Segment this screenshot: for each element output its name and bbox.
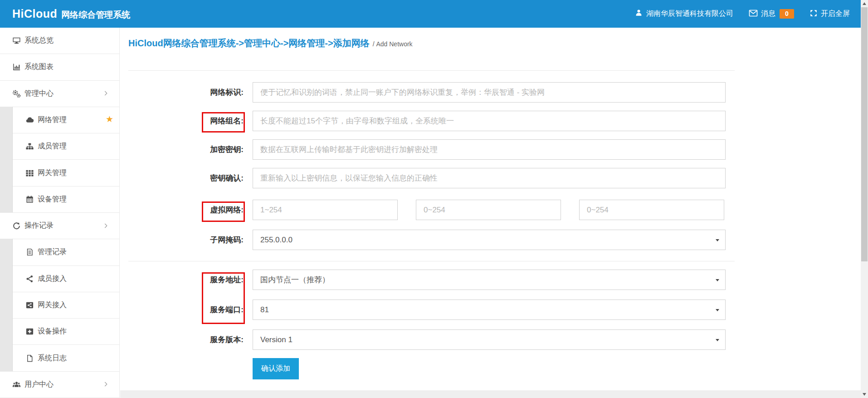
app-logo: HiCloud网络综合管理系统 [12,7,130,21]
gears-icon [12,89,21,98]
sidebar-item-label: 系统图表 [24,62,54,72]
messages-menu[interactable]: 消息 0 [749,9,794,20]
sidebar-item-user-center[interactable]: 用户中心 [0,372,119,398]
confirm-add-button[interactable]: 确认添加 [253,358,299,379]
fullscreen-label: 开启全屏 [821,9,850,19]
field-label-key-confirm: 密钥确认: [154,168,244,188]
grid-icon [25,169,34,177]
key-confirm-input[interactable] [253,168,726,188]
sidebar-item-label: 用户中心 [24,380,54,389]
sidebar-item-system-logs[interactable]: 系统日志 [0,345,119,371]
share-square-icon [25,301,34,310]
vertical-scrollbar[interactable] [861,0,868,398]
chevron-down-icon [716,279,719,281]
sidebar-item-system-charts[interactable]: 系统图表 [0,54,119,80]
sidebar-item-label: 网关接入 [38,300,67,310]
favorite-star-icon: ★ [106,114,113,124]
scrollbar-thumb[interactable] [861,7,868,261]
mail-icon [749,9,761,20]
user-icon [634,9,646,19]
scrollbar-up-arrow[interactable] [861,0,868,7]
fullscreen-icon [809,9,821,19]
sidebar-item-device-management[interactable]: 设备管理 [0,187,119,213]
sidebar-item-operation-records[interactable]: 操作记录 [0,213,119,239]
service-port-select[interactable]: 81 [253,300,726,320]
sidebar-item-gateway-access[interactable]: 网关接入 [0,292,119,319]
sidebar-item-device-operations[interactable]: 设备操作 [0,319,119,345]
sidebar-item-label: 设备操作 [38,327,67,336]
field-label-service-version: 服务版本: [154,329,244,350]
chevron-down-icon [716,239,719,241]
virtual-network-octet1-input[interactable] [253,200,398,220]
chevron-right-icon [102,222,113,231]
field-label-encryption-key: 加密密钥: [154,139,244,160]
chevron-right-icon [102,90,113,98]
logo-brand: HiCloud [12,7,57,20]
field-label-service-address: 服务地址: [154,270,244,290]
sidebar-item-label: 操作记录 [24,221,54,231]
messages-count-badge: 0 [780,9,794,19]
network-group-name-input[interactable] [253,111,726,131]
service-address-value: 国内节点一（推荐） [260,275,330,285]
top-header: HiCloud网络综合管理系统 湖南华辰智通科技有限公司 消息 0 开启 [0,0,868,28]
sidebar-item-label: 管理中心 [24,89,54,98]
sidebar-item-label: 系统日志 [38,354,67,363]
calendar-icon [25,195,34,204]
share-icon [25,275,34,283]
sidebar-item-label: 网关管理 [38,168,67,178]
chart-icon [12,63,21,71]
sidebar-item-label: 成员接入 [38,274,67,284]
field-label-network-id: 网络标识: [154,82,244,103]
history-icon [12,221,21,230]
sidebar-item-network-management[interactable]: 网络管理 ★ [0,107,119,133]
sidebar-item-management-records[interactable]: 管理记录 [0,239,119,265]
section-divider-top [128,70,735,71]
section-divider-middle [128,261,735,261]
subnet-mask-value: 255.0.0.0 [260,236,293,245]
sidebar-item-label: 设备管理 [38,195,67,204]
logo-subtitle: 网络综合管理系统 [61,10,130,20]
document-icon [25,248,34,256]
scrollbar-down-arrow[interactable] [861,391,868,398]
content-bottom-strip [120,390,861,398]
chevron-down-icon [716,339,719,341]
sidebar-item-management-center[interactable]: 管理中心 [0,81,119,107]
file-icon [25,354,34,363]
virtual-network-octet3-input[interactable] [579,200,724,220]
company-name: 湖南华辰智通科技有限公司 [646,9,733,19]
service-version-select[interactable]: Version 1 [253,329,726,350]
header-actions: 湖南华辰智通科技有限公司 消息 0 开启全屏 [634,0,850,28]
sidebar-nav: 系统总览 系统图表 管理中心 网络管理 ★ 成员管理 网关管理 设备管理 [0,28,120,398]
chevron-right-icon [102,381,113,389]
breadcrumb-path: HiCloud网络综合管理系统->管理中心->网络管理->添加网络 [128,38,370,48]
plus-square-icon [25,327,34,336]
app-window: HiCloud网络综合管理系统 湖南华辰智通科技有限公司 消息 0 开启 [0,0,868,398]
field-label-service-port: 服务端口: [154,300,244,320]
fullscreen-button[interactable]: 开启全屏 [809,9,850,19]
messages-label: 消息 [761,9,775,19]
service-port-value: 81 [260,305,269,314]
encryption-key-input[interactable] [253,139,726,160]
sitemap-icon [25,142,34,151]
cloud-icon [25,116,34,124]
virtual-network-octet2-input[interactable] [416,200,561,220]
subnet-mask-select[interactable]: 255.0.0.0 [253,230,726,250]
breadcrumb-suffix: / Add Network [373,40,413,48]
sidebar-item-member-access[interactable]: 成员接入 [0,266,119,292]
network-id-input[interactable] [253,82,726,103]
service-version-value: Version 1 [260,335,293,344]
sidebar-item-gateway-management[interactable]: 网关管理 [0,160,119,186]
sidebar-item-label: 网络管理 [38,115,67,125]
sidebar-item-label: 管理记录 [38,247,67,257]
chevron-down-icon [716,309,719,311]
field-label-subnet-mask: 子网掩码: [154,230,244,250]
company-menu[interactable]: 湖南华辰智通科技有限公司 [634,9,733,19]
field-label-network-group-name: 网络组名: [154,111,244,131]
sidebar-item-member-management[interactable]: 成员管理 [0,133,119,160]
sidebar-item-system-overview[interactable]: 系统总览 [0,28,119,54]
breadcrumb: HiCloud网络综合管理系统->管理中心->网络管理->添加网络/ Add N… [128,37,413,49]
desktop-icon [12,36,21,45]
service-address-select[interactable]: 国内节点一（推荐） [253,270,726,290]
sidebar-item-label: 成员管理 [38,142,67,151]
field-label-virtual-network: 虚拟网络: [154,200,244,220]
